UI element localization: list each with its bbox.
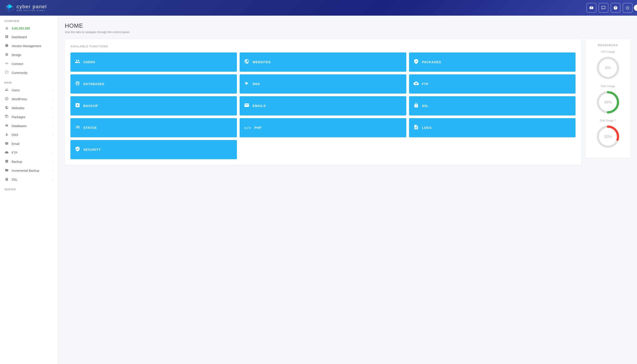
chevron-icon: › [53, 116, 54, 118]
functions-panel: AVAILABLE FUNCTIONS USERS WEBSITES [65, 39, 581, 165]
email-icon [5, 142, 9, 146]
logs-function-button[interactable]: LOGS [409, 118, 575, 137]
sidebar-item-backup[interactable]: Backup › [0, 157, 58, 166]
sidebar-item-packages[interactable]: Packages › [0, 112, 58, 122]
backup-func-label: BACKUP [83, 104, 98, 108]
users-function-button[interactable]: USERS [70, 52, 237, 72]
packages-function-button[interactable]: PACKAGES [409, 52, 575, 72]
security-function-button[interactable]: SECURITY [70, 140, 237, 159]
logs-func-label: LOGS [422, 126, 432, 130]
disk-value: 30% [604, 134, 612, 139]
websites-label: Websites [12, 106, 24, 110]
overview-section-title: OVERVIEW [0, 16, 58, 24]
databases-func-label: DATABASES [83, 82, 104, 86]
ssl-func-icon [414, 102, 419, 109]
sidebar-item-databases[interactable]: Databases › [0, 122, 58, 130]
chevron-icon: › [53, 152, 54, 154]
dns-label: DNS [12, 133, 18, 137]
disk-resource: Disk Usage '/' 30% [589, 119, 627, 149]
backup-function-button[interactable]: BACKUP [70, 96, 237, 116]
users-func-icon [75, 59, 80, 66]
security-func-icon [75, 146, 80, 153]
dns-func-label: DNS [252, 82, 260, 86]
cpu-label: CPU Usage [589, 50, 627, 53]
server-section-title: SERVER [0, 184, 58, 192]
databases-icon [5, 124, 9, 128]
databases-function-button[interactable]: DATABASES [70, 74, 237, 94]
chevron-icon: › [53, 178, 54, 181]
chevron-icon: › [53, 142, 54, 145]
packages-label: Packages [12, 115, 25, 119]
content-area: HOME Use the tabs to navigate through th… [58, 16, 637, 364]
ftp-function-button[interactable]: FTP [409, 74, 575, 94]
websites-function-button[interactable]: WEBSITES [240, 52, 406, 72]
dns-function-button[interactable]: DNS [240, 74, 406, 94]
functions-grid: USERS WEBSITES PACKAGES [70, 52, 575, 159]
backup-func-icon [75, 102, 80, 109]
php-func-icon: </> [244, 126, 251, 130]
sidebar-item-wordpress[interactable]: WordPress › [0, 95, 58, 104]
youtube-button[interactable] [586, 3, 596, 13]
sidebar-item-dns[interactable]: DNS › [0, 130, 58, 139]
sidebar-toggle-button[interactable]: ‹ [634, 5, 637, 11]
content-inner: AVAILABLE FUNCTIONS USERS WEBSITES [65, 39, 630, 165]
websites-func-icon [244, 59, 249, 66]
ssl-function-button[interactable]: SSL [409, 96, 575, 116]
sidebar-item-ssl[interactable]: SSL › [0, 175, 58, 184]
main-layout: OVERVIEW 🖥 3.65.253.200 Dashboard Versio… [0, 16, 637, 364]
ram-resource: Ram Usage 49% [589, 85, 627, 114]
status-func-icon [75, 124, 80, 131]
databases-label: Databases [12, 124, 27, 128]
support-button[interactable] [611, 3, 620, 13]
design-label: Design [12, 53, 22, 57]
status-function-button[interactable]: STATUS [70, 118, 237, 137]
dns-func-icon [244, 80, 249, 87]
ram-value: 49% [604, 100, 612, 105]
sidebar-item-email[interactable]: Email › [0, 139, 58, 148]
incremental-backup-label: Incremental Backup [12, 169, 39, 172]
emails-func-label: EMAILS [252, 104, 266, 108]
header-icons [586, 3, 632, 13]
ftp-icon [5, 150, 9, 155]
sidebar-item-version[interactable]: Version Management [0, 42, 58, 50]
sidebar-item-ip[interactable]: 🖥 3.65.253.200 [0, 24, 58, 32]
logs-func-icon [414, 124, 419, 131]
sidebar-item-ftp[interactable]: FTP › [0, 148, 58, 157]
ssl-func-label: SSL [422, 104, 429, 108]
power-icon [625, 6, 630, 10]
users-icon [5, 88, 9, 92]
ftp-func-label: FTP [422, 82, 429, 86]
ram-label: Ram Usage [589, 85, 627, 88]
sidebar-item-design[interactable]: Design [0, 50, 58, 60]
sidebar-item-dashboard[interactable]: Dashboard [0, 32, 58, 42]
sidebar-item-community[interactable]: Community [0, 68, 58, 77]
users-func-label: USERS [83, 60, 95, 64]
sidebar-item-connect[interactable]: Connect [0, 60, 58, 68]
ftp-label: FTP [12, 151, 18, 154]
php-function-button[interactable]: </> PHP [240, 118, 406, 137]
databases-func-icon [75, 80, 80, 87]
packages-icon [5, 115, 9, 119]
wordpress-icon [5, 97, 9, 102]
chevron-icon: › [53, 98, 54, 100]
chevron-icon: › [53, 169, 54, 172]
dashboard-icon [5, 35, 9, 39]
emails-function-button[interactable]: EMAILS [240, 96, 406, 116]
sidebar-item-users[interactable]: Users › [0, 86, 58, 95]
disk-label: Disk Usage '/' [589, 119, 627, 122]
power-button[interactable] [623, 3, 632, 13]
chat-icon [601, 6, 606, 10]
main-section-title: MAIN [0, 77, 58, 86]
connect-icon [5, 62, 9, 66]
chat-button[interactable] [598, 3, 608, 13]
functions-title: AVAILABLE FUNCTIONS [70, 45, 575, 48]
youtube-icon [589, 6, 594, 10]
sidebar-item-websites[interactable]: Websites › [0, 104, 58, 112]
security-func-label: SECURITY [83, 148, 101, 152]
ftp-func-icon [414, 80, 419, 87]
email-label: Email [12, 142, 20, 146]
sidebar-item-incremental-backup[interactable]: Incremental Backup › [0, 166, 58, 175]
monitor-icon: 🖥 [5, 26, 9, 30]
community-icon [5, 70, 9, 75]
ssl-icon [5, 177, 9, 182]
